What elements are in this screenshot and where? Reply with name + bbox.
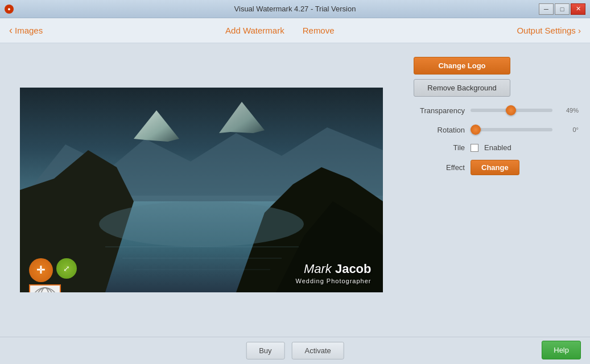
transparency-value: 49% <box>558 107 579 114</box>
logo-svg <box>31 286 59 292</box>
resize-icon: ⤢ <box>63 264 70 273</box>
right-panel: Change Logo Remove Background Transparen… <box>402 43 590 337</box>
nav-right: Output Settings › <box>517 26 581 35</box>
remove-background-button[interactable]: Remove Background <box>414 79 510 97</box>
svg-point-13 <box>36 288 53 292</box>
add-watermark-nav-button[interactable]: Add Watermark <box>225 26 284 35</box>
transparency-row: Transparency 49% <box>414 105 579 116</box>
image-panel: Mark Jacob Wedding Photographer ✛ ⤢ <box>0 43 402 337</box>
images-nav-button[interactable]: Images <box>15 26 43 35</box>
rotation-row: Rotation 0° <box>414 124 579 135</box>
watermark-bold: Jacob <box>335 262 372 276</box>
close-button[interactable]: ✕ <box>571 3 585 15</box>
rotation-track <box>471 128 552 131</box>
rotation-value: 0° <box>558 126 579 133</box>
activate-button[interactable]: Activate <box>292 342 344 359</box>
rotation-slider-container[interactable] <box>471 124 552 135</box>
titlebar: ● Visual Watermark 4.27 - Trial Version … <box>0 0 590 18</box>
watermark-name: Mark Jacob <box>304 262 372 276</box>
bottom-center-buttons: Buy Activate <box>246 342 344 359</box>
logo-thumbnail[interactable] <box>29 284 61 292</box>
titlebar-title: Visual Watermark 4.27 - Trial Version <box>234 5 356 13</box>
nav-left: ‹ Images <box>9 24 43 36</box>
effect-row: Effect Change <box>414 160 579 175</box>
help-button[interactable]: Help <box>542 341 581 359</box>
watermark-subtitle: Wedding Photographer <box>296 278 372 284</box>
titlebar-left: ● <box>5 5 14 14</box>
move-icon: ✛ <box>36 264 45 276</box>
navbar: ‹ Images Add Watermark Remove Output Set… <box>0 18 590 43</box>
effect-change-button[interactable]: Change <box>471 160 519 175</box>
rotation-thumb[interactable] <box>471 125 481 135</box>
tile-enabled-row: Enabled <box>471 143 511 152</box>
back-arrow-icon: ‹ <box>9 24 13 36</box>
tile-label: Tile <box>414 143 465 152</box>
remove-nav-button[interactable]: Remove <box>303 26 335 35</box>
app-icon: ● <box>5 5 14 14</box>
svg-point-8 <box>99 201 304 247</box>
tile-row: Tile Enabled <box>414 143 579 152</box>
transparency-track <box>471 109 552 112</box>
transparency-thumb[interactable] <box>506 105 516 115</box>
nav-center: Add Watermark Remove <box>225 26 335 35</box>
minimize-button[interactable]: ─ <box>539 3 554 15</box>
move-handle[interactable]: ✛ <box>29 258 53 282</box>
maximize-button[interactable]: □ <box>555 3 570 15</box>
rotation-label: Rotation <box>414 126 465 134</box>
right-panel-buttons: Change Logo Remove Background <box>414 52 579 97</box>
tile-checkbox[interactable] <box>471 144 478 152</box>
effect-label: Effect <box>414 163 465 172</box>
svg-point-12 <box>32 288 57 292</box>
image-container: Mark Jacob Wedding Photographer ✛ ⤢ <box>20 88 383 292</box>
output-settings-nav-button[interactable]: Output Settings › <box>517 26 581 35</box>
titlebar-controls: ─ □ ✕ <box>539 3 585 15</box>
change-logo-button[interactable]: Change Logo <box>414 57 510 75</box>
resize-handle[interactable]: ⤢ <box>56 258 77 279</box>
watermark-italic: Mark <box>304 262 335 276</box>
transparency-label: Transparency <box>414 106 465 115</box>
bottombar: Buy Activate Help <box>0 337 590 364</box>
content-area: Mark Jacob Wedding Photographer ✛ ⤢ <box>0 43 590 337</box>
buy-button[interactable]: Buy <box>246 342 284 359</box>
transparency-slider-container[interactable] <box>471 105 552 116</box>
tile-enabled-label: Enabled <box>484 143 511 152</box>
